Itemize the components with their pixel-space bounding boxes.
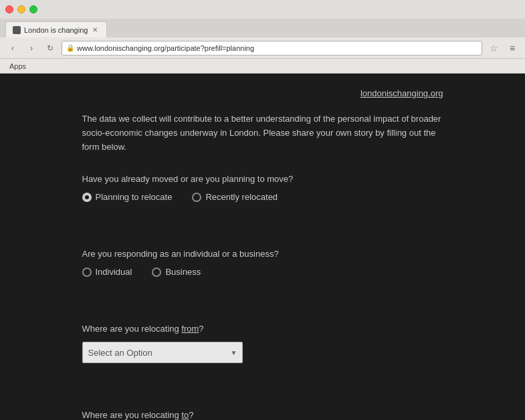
question1-section: Have you already moved or are you planni… [82,174,443,202]
intro-text: The data we collect will contribute to a… [82,112,443,154]
browser-chrome: London is changing ✕ ‹ › ↻ 🔒 www.londoni… [0,0,525,74]
radio-business[interactable]: Business [152,267,201,277]
traffic-lights [5,5,37,13]
question4-label-suffix: ? [189,410,193,420]
question4-label-prefix: Where are you relocating [82,410,182,420]
address-bar[interactable]: 🔒 www.londonischanging.org/participate?p… [62,41,482,56]
reload-button[interactable]: ↻ [43,41,58,56]
close-button[interactable] [5,5,13,13]
tab-favicon [13,26,21,34]
question3-label-suffix: ? [199,324,203,334]
browser-titlebar [0,0,525,19]
question3-label: Where are you relocating from? [82,324,443,334]
question1-radio-group: Planning to relocate Recently relocated [82,192,443,202]
radio-planning-label: Planning to relocate [96,192,173,202]
question2-section: Are you responding as an individual or a… [82,249,443,277]
bookmarks-bar: Apps [0,59,525,74]
question4-section: Where are you relocating to? Select an O… [82,410,443,420]
tab-label: London is changing [24,26,88,34]
radio-business-label: Business [165,267,201,277]
radio-business-circle [152,268,161,277]
site-link-row: londonischanging.org [82,87,443,99]
intro-section: The data we collect will contribute to a… [82,112,443,154]
question3-section: Where are you relocating from? Select an… [82,324,443,363]
tab-close-button[interactable]: ✕ [90,25,100,35]
url-text: www.londonischanging.org/participate?pre… [77,44,254,52]
question2-radio-group: Individual Business [82,267,443,277]
minimize-button[interactable] [17,5,25,13]
radio-planning[interactable]: Planning to relocate [82,192,173,202]
page-inner: londonischanging.org The data we collect… [69,74,457,420]
forward-button[interactable]: › [24,41,39,56]
back-button[interactable]: ‹ [5,41,20,56]
browser-tab-bar: London is changing ✕ [0,19,525,37]
browser-toolbar: ‹ › ↻ 🔒 www.londonischanging.org/partici… [0,37,525,59]
bookmarks-apps-item[interactable]: Apps [5,62,30,70]
maximize-button[interactable] [29,5,37,13]
radio-recently-circle [192,193,201,202]
page-content: londonischanging.org The data we collect… [0,74,525,420]
question4-label-underline: to [181,410,189,420]
browser-tab-active[interactable]: London is changing ✕ [5,21,107,37]
lock-icon: 🔒 [66,44,74,51]
question2-label: Are you responding as an individual or a… [82,249,443,259]
question3-label-underline: from [181,324,199,334]
question4-label: Where are you relocating to? [82,410,443,420]
question3-label-prefix: Where are you relocating [82,324,182,334]
radio-individual-circle [82,268,92,277]
radio-planning-circle [82,193,92,202]
question3-select-wrapper: Select an Option ▼ [82,342,243,363]
radio-individual-label: Individual [96,267,132,277]
question1-label: Have you already moved or are you planni… [82,174,443,184]
radio-recently-label: Recently relocated [205,192,278,202]
menu-button[interactable]: ≡ [505,41,520,56]
radio-individual[interactable]: Individual [82,267,132,277]
radio-recently[interactable]: Recently relocated [192,192,278,202]
bookmark-star-icon[interactable]: ☆ [486,41,501,56]
question3-select[interactable]: Select an Option [82,342,243,363]
site-link[interactable]: londonischanging.org [360,88,443,98]
